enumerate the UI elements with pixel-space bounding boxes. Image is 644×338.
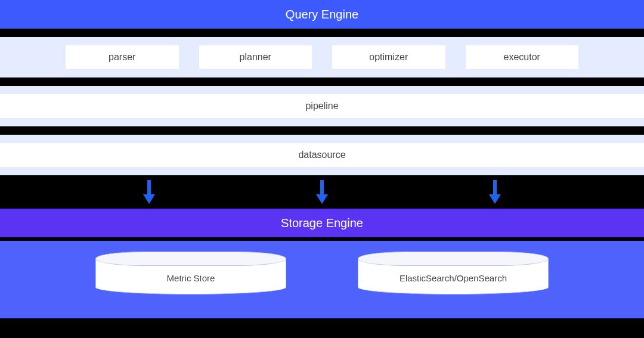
arrows-row (0, 175, 644, 209)
datasource-band: datasource (0, 135, 644, 175)
component-planner: planner (199, 45, 312, 69)
storage-engine-title: Storage Engine (281, 216, 363, 230)
datasource-box: datasource (0, 143, 644, 167)
components-band: parser planner optimizer executor (0, 37, 644, 77)
store-metric: Metric Store (95, 252, 286, 299)
architecture-diagram: Query Engine parser planner optimizer ex… (0, 0, 644, 338)
query-engine-header: Query Engine (0, 0, 644, 29)
component-parser: parser (66, 45, 179, 69)
arrow-down-icon (143, 180, 155, 204)
component-executor: executor (466, 45, 579, 69)
query-engine-title: Query Engine (286, 8, 358, 21)
cylinder-top-icon (358, 252, 549, 266)
arrow-down-icon (489, 180, 501, 204)
divider (0, 126, 644, 135)
store-search: ElasticSearch/OpenSearch (358, 252, 549, 299)
component-optimizer: optimizer (332, 45, 445, 69)
divider (0, 77, 644, 86)
components-row: parser planner optimizer executor (66, 45, 578, 69)
pipeline-band: pipeline (0, 86, 644, 126)
divider (0, 29, 644, 37)
storage-body: Metric Store ElasticSearch/OpenSearch (0, 241, 644, 318)
pipeline-box: pipeline (0, 94, 644, 118)
arrow-down-icon (316, 180, 328, 204)
storage-engine-header: Storage Engine (0, 209, 644, 237)
cylinder-top-icon (95, 252, 286, 266)
